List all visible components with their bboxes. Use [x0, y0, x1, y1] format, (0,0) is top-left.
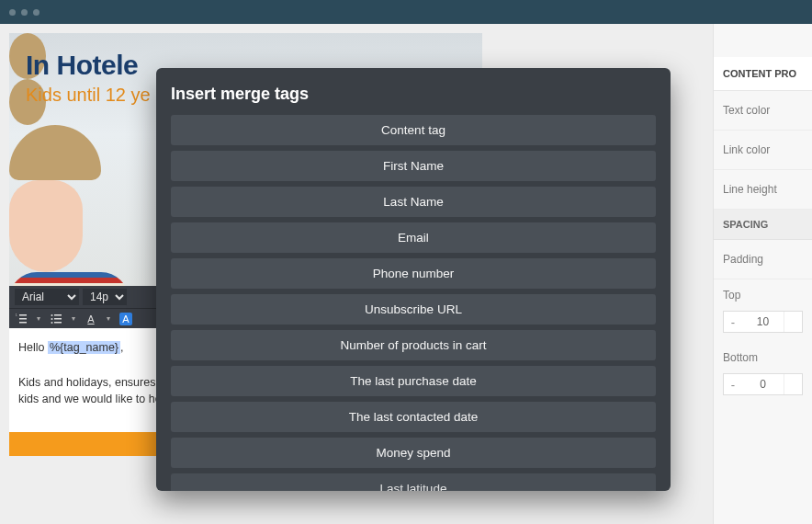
merge-tag-option[interactable]: Email	[171, 222, 656, 253]
merge-tag-option[interactable]: Last Name	[171, 187, 656, 217]
merge-tag-option[interactable]: The last purchase date	[171, 366, 656, 396]
svg-rect-9	[54, 322, 62, 324]
ordered-list-icon[interactable]: 1	[15, 313, 28, 325]
hero-decor	[9, 180, 83, 272]
properties-panel: CONTENT PRO Text color Link color Line h…	[713, 24, 812, 524]
svg-point-6	[51, 322, 53, 324]
prop-text-color[interactable]: Text color	[714, 91, 812, 131]
highlight-color-icon[interactable]: A	[119, 313, 132, 325]
insert-merge-tags-modal: Insert merge tags Content tagFirst NameL…	[156, 68, 671, 491]
increment-button[interactable]	[784, 374, 802, 394]
spacing-header: SPACING	[714, 210, 812, 240]
bottom-stepper[interactable]: - 0	[723, 373, 803, 395]
greeting-suffix: ,	[120, 341, 123, 354]
merge-tag-option[interactable]: The last contacted date	[171, 402, 656, 432]
svg-rect-7	[54, 314, 62, 316]
svg-rect-0	[19, 314, 27, 316]
svg-point-4	[51, 314, 53, 316]
prop-padding[interactable]: Padding	[714, 240, 812, 279]
prop-line-height[interactable]: Line height	[714, 170, 812, 210]
unordered-list-icon[interactable]	[50, 313, 62, 325]
increment-button[interactable]	[784, 312, 802, 332]
window-dot	[33, 9, 39, 16]
merge-tag-option[interactable]: Money spend	[171, 438, 656, 468]
top-label: Top	[714, 279, 812, 305]
body-line: kids and we would like to he	[18, 393, 162, 405]
svg-point-5	[51, 318, 53, 320]
window-dot	[21, 9, 28, 16]
svg-rect-2	[19, 322, 27, 324]
merge-tag-list: Content tagFirst NameLast NameEmailPhone…	[171, 115, 656, 491]
bottom-label: Bottom	[714, 342, 812, 368]
modal-title: Insert merge tags	[171, 85, 656, 104]
prop-link-color[interactable]: Link color	[714, 131, 812, 170]
decrement-button[interactable]: -	[724, 312, 742, 332]
hero-decor	[9, 272, 129, 286]
merge-tag-option[interactable]: Phone number	[171, 258, 656, 289]
hero-subtitle: Kids until 12 ye	[26, 85, 151, 106]
window-titlebar	[0, 0, 812, 24]
svg-rect-1	[19, 318, 27, 320]
chevron-down-icon[interactable]: ▾	[107, 314, 110, 323]
merge-tag-option[interactable]: Content tag	[171, 115, 656, 145]
window-dot	[9, 9, 16, 16]
merge-tag-option[interactable]: Last latitude	[171, 473, 656, 491]
decrement-button[interactable]: -	[724, 374, 742, 394]
top-value: 10	[742, 315, 784, 328]
bottom-value: 0	[742, 378, 784, 391]
merge-token[interactable]: %{tag_name}	[48, 341, 120, 354]
hero-decor	[9, 125, 101, 180]
merge-tag-option[interactable]: Unsubscribe URL	[171, 294, 656, 325]
greeting-prefix: Hello	[18, 341, 48, 354]
workspace: In Hotele Kids until 12 ye Arial 14px	[0, 24, 812, 524]
svg-text:1: 1	[16, 313, 17, 317]
properties-header: CONTENT PRO	[714, 57, 812, 91]
body-line: Kids and holidays, ensures	[18, 376, 155, 389]
font-size-select[interactable]: 14px	[83, 289, 127, 305]
chevron-down-icon[interactable]: ▾	[37, 314, 40, 323]
top-stepper[interactable]: - 10	[723, 311, 803, 333]
hero-title: In Hotele	[26, 50, 138, 81]
merge-tag-option[interactable]: First Name	[171, 151, 656, 181]
merge-tag-option[interactable]: Number of products in cart	[171, 330, 656, 360]
chevron-down-icon[interactable]: ▾	[72, 314, 75, 323]
font-color-icon[interactable]: A	[85, 313, 97, 325]
font-family-select[interactable]: Arial	[15, 289, 79, 305]
svg-rect-8	[54, 318, 62, 320]
